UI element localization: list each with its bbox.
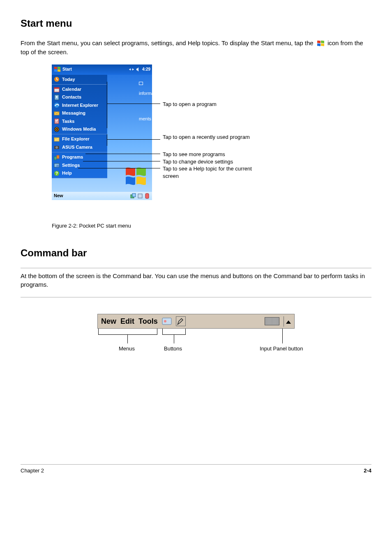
menu-item-today[interactable]: Today: [52, 76, 107, 83]
figure-caption: Figure 2-2: Pocket PC start menu: [52, 222, 371, 230]
start-menu-title: Start menu: [21, 16, 371, 30]
start-menu-description: From the Start menu, you can select prog…: [21, 39, 371, 56]
keyboard-icon[interactable]: [265, 317, 279, 325]
menu-item-label: Today: [62, 76, 75, 83]
callout-help: Tap to see a Help topic for the current …: [163, 165, 257, 180]
messaging-icon: [54, 111, 60, 116]
callout-recent-program: Tap to open a recently used program: [163, 134, 257, 141]
help-icon: ?: [54, 170, 60, 176]
file-explorer-icon: [54, 136, 60, 142]
menu-item-contacts[interactable]: Contacts: [52, 93, 107, 101]
svg-point-14: [55, 146, 58, 149]
cmd-new[interactable]: New: [101, 316, 116, 327]
svg-point-18: [56, 165, 59, 167]
desc-prefix: From the Start menu, you can select prog…: [21, 39, 315, 46]
callout-input-panel: Input Panel button: [260, 345, 303, 352]
menu-item-label: File Explorer: [62, 136, 90, 142]
contacts-icon: [54, 94, 60, 100]
settings-icon: [54, 162, 60, 168]
menu-item-label: Contacts: [62, 94, 81, 100]
menu-item-help[interactable]: ?Help: [52, 169, 107, 177]
svg-rect-24: [145, 193, 149, 198]
tasks-icon: [54, 118, 60, 124]
command-bar-big: New Edit Tools: [97, 314, 295, 329]
command-bar-title: Command bar: [21, 246, 371, 260]
today-icon: [54, 76, 60, 82]
nav-bar[interactable]: Start 4:29: [52, 64, 152, 75]
windows-logo-background: [125, 166, 147, 187]
tray-icon-3[interactable]: [144, 193, 150, 199]
page-footer: Chapter 2 2-4: [21, 464, 371, 474]
programs-icon: [54, 154, 60, 160]
menu-item-messaging[interactable]: Messaging: [52, 109, 107, 117]
peek-ments: ments: [139, 116, 151, 122]
new-label[interactable]: New: [54, 193, 63, 199]
tray-icon-1[interactable]: [130, 193, 136, 199]
peek-square: [139, 82, 143, 85]
command-bar-figure: New Edit Tools Menus: [97, 314, 295, 357]
menu-item-label: Messaging: [62, 110, 85, 116]
menu-item-wmp[interactable]: Windows Media: [52, 125, 107, 133]
device-figure: Start 4:29 TodayCalendarContactsInternet…: [21, 64, 267, 216]
cmd-edit[interactable]: Edit: [120, 316, 134, 327]
svg-rect-22: [132, 193, 136, 197]
wmp-icon: [54, 127, 60, 132]
menu-item-calendar[interactable]: Calendar: [52, 85, 107, 93]
callout-settings: Tap to change device settings: [163, 158, 233, 166]
callout-open-program: Tap to open a program: [163, 101, 217, 108]
menu-item-label: Settings: [62, 162, 80, 168]
connectivity-icon[interactable]: [129, 67, 134, 72]
svg-rect-16: [57, 155, 59, 159]
svg-point-5: [56, 96, 58, 98]
svg-text:?: ?: [55, 171, 58, 176]
menu-item-label: Calendar: [62, 86, 81, 92]
menu-item-asus-camera[interactable]: ASUS Camera: [52, 143, 107, 151]
time-label[interactable]: 4:29: [142, 67, 150, 72]
speaker-icon[interactable]: [136, 67, 141, 72]
svg-rect-15: [54, 157, 57, 160]
start-menu: TodayCalendarContactsInternet ExplorerMe…: [52, 75, 107, 179]
chapter-label: Chapter 2: [21, 467, 44, 474]
peek-information: information: [139, 90, 161, 97]
cmd-tools[interactable]: Tools: [138, 316, 158, 327]
drawing-icon[interactable]: [162, 316, 172, 326]
svg-point-26: [164, 320, 166, 322]
menu-item-label: Programs: [62, 154, 83, 160]
menu-item-file-explorer[interactable]: File Explorer: [52, 135, 107, 143]
menu-item-programs[interactable]: Programs: [52, 153, 107, 161]
calendar-icon: [54, 87, 60, 92]
ie-icon: [54, 102, 60, 108]
start-label[interactable]: Start: [62, 67, 72, 72]
windows-flag-icon[interactable]: [53, 66, 61, 73]
callout-menus: Menus: [119, 345, 135, 352]
device-screenshot: Start 4:29 TodayCalendarContactsInternet…: [52, 64, 152, 200]
cmdbar-icons: [130, 193, 150, 199]
menu-item-label: Internet Explorer: [62, 102, 98, 108]
page-number: 2-4: [364, 467, 371, 474]
divider: [21, 268, 371, 268]
menu-item-ie[interactable]: Internet Explorer: [52, 101, 107, 109]
pen-icon[interactable]: [176, 316, 186, 326]
menu-item-label: Help: [62, 170, 72, 176]
command-bar-small: New: [52, 192, 152, 200]
svg-rect-12: [54, 138, 57, 139]
menu-item-tasks[interactable]: Tasks: [52, 117, 107, 125]
command-bar-description: At the bottom of the screen is the Comma…: [21, 272, 371, 289]
triangle-up-icon: [286, 320, 291, 324]
svg-rect-23: [138, 194, 142, 198]
menu-item-label: ASUS Camera: [62, 144, 92, 150]
menu-item-label: Windows Media: [62, 126, 96, 132]
menu-item-label: Tasks: [62, 118, 74, 124]
input-panel-arrow[interactable]: [284, 316, 291, 327]
callout-buttons: Buttons: [164, 345, 182, 352]
asus-camera-icon: [54, 144, 60, 150]
tray-icon-2[interactable]: [137, 193, 143, 199]
callout-more-programs: Tap to see more programs: [163, 151, 225, 158]
svg-rect-25: [162, 318, 171, 325]
divider: [21, 297, 371, 297]
svg-rect-3: [54, 88, 59, 89]
windows-flag-icon: [316, 39, 325, 48]
